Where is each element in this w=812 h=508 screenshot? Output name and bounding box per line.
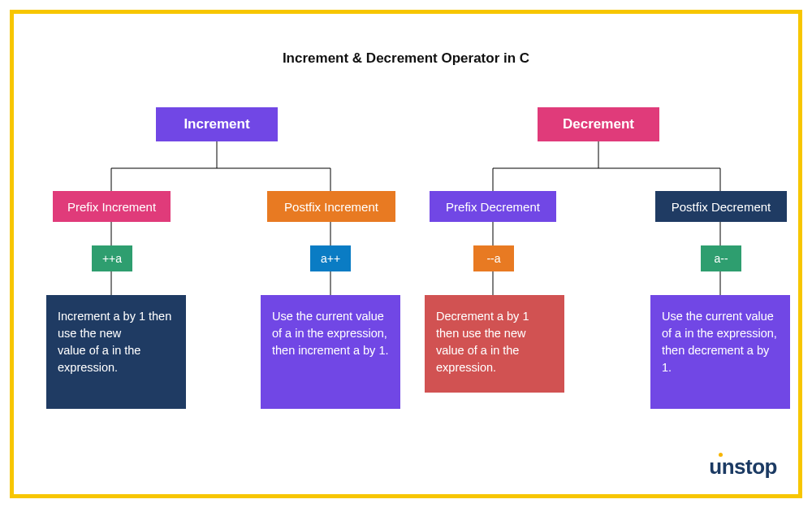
brand-logo-dot (719, 453, 723, 457)
root-decrement: Decrement (538, 107, 659, 141)
prefix-increment-desc: Increment a by 1 then use the new value … (46, 295, 186, 409)
prefix-decrement-label: Prefix Decrement (430, 191, 556, 222)
postfix-decrement-label: Postfix Decrement (655, 191, 787, 222)
prefix-decrement-desc: Decrement a by 1 then use the new value … (425, 295, 564, 393)
root-increment: Increment (156, 107, 278, 141)
prefix-increment-chip: ++a (92, 245, 132, 271)
postfix-decrement-chip: a-- (701, 245, 741, 271)
brand-logo: unstop (709, 454, 777, 480)
postfix-increment-chip: a++ (310, 245, 351, 271)
prefix-increment-label: Prefix Increment (53, 191, 171, 222)
postfix-increment-label: Postfix Increment (267, 191, 395, 222)
brand-logo-u: u (709, 454, 721, 479)
postfix-decrement-desc: Use the current value of a in the expres… (650, 295, 790, 409)
diagram-frame: Increment & Decrement Operator in C Incr… (10, 10, 802, 498)
prefix-decrement-chip: --a (473, 245, 514, 271)
diagram-title: Increment & Decrement Operator in C (14, 50, 798, 67)
brand-logo-rest: nstop (722, 454, 777, 480)
postfix-increment-desc: Use the current value of a in the expres… (261, 295, 400, 409)
